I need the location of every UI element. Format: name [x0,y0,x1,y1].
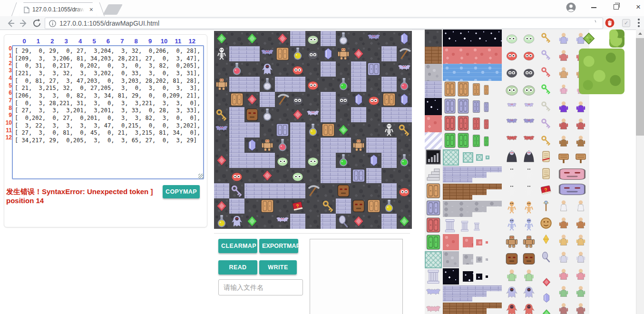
map-tile-r8c4-v201[interactable] [275,153,290,168]
tileset-item-slime[interactable] [522,48,536,62]
map-tile-r2c12-v205[interactable] [397,61,412,77]
tileset-item-person[interactable] [557,65,570,80]
clearmap-button[interactable]: CLEARMAP [218,239,257,253]
tileset-panel[interactable] [425,29,624,314]
tileset-item-slime[interactable] [504,81,520,97]
tileset-item-door[interactable] [472,134,480,147]
tileset-item-person[interactable] [574,249,587,265]
tileset-item-key[interactable] [540,100,552,112]
map-tile-r6c6-v34[interactable] [305,122,321,137]
map-tile-r8c11-v3[interactable] [381,153,397,168]
tileset-item-bat[interactable] [505,116,519,128]
map-tile-r6c2-v3[interactable] [244,122,260,137]
map-tile-r4c2-v27[interactable] [244,92,260,107]
map-tile-r7c4-v31[interactable] [275,137,290,153]
tileset-item-door[interactable] [484,119,489,129]
tileset-item-door[interactable] [484,85,489,95]
map-tile-r11c4-v0[interactable] [275,198,290,214]
tileset-item-crystal[interactable] [541,291,552,305]
map-tile-r7c6-v0[interactable] [305,137,321,153]
browser-menu-icon[interactable] [638,19,640,29]
tileset-item-face[interactable] [556,167,588,181]
tileset-item-key[interactable] [540,134,552,147]
map-tile-r4c7-v3[interactable] [321,92,336,107]
map-tile-r3c1-v3[interactable] [229,77,244,92]
tileset-item-person[interactable] [557,30,570,46]
map-tile-r0c1-v0[interactable] [229,31,244,46]
map-tile-r7c1-v3[interactable] [229,137,244,153]
map-tile-r9c9-v82[interactable] [351,168,366,183]
tileset-item-key[interactable] [540,83,552,95]
map-tile-r10c3-v3[interactable] [260,183,275,198]
tileset-item-slime[interactable] [505,30,519,45]
map-tile-r6c8-v29[interactable] [336,122,351,137]
map-tile-r4c12-v28[interactable] [397,92,412,107]
map-tile-r4c10-v202[interactable] [366,92,381,107]
tileset-item-skeleton[interactable] [505,200,519,215]
tileset-item-key[interactable] [540,117,552,129]
map-tile-r4c8-v203[interactable] [336,92,351,107]
map-tile-r5c5-v27[interactable] [290,107,305,122]
map-tile-r8c10-v28[interactable] [366,153,381,168]
map-tile-r8c3-v3[interactable] [260,153,275,168]
tileset-item-terrain-brown[interactable] [443,195,472,200]
minimize-button[interactable] [583,0,605,14]
map-tile-r12c10-v0[interactable] [366,214,381,229]
tileset-item-door[interactable] [426,234,441,250]
tileset-item-slime[interactable] [522,30,536,45]
tileset-item-terrain-tree[interactable] [609,29,624,48]
map-tile-r11c8-v3[interactable] [336,198,351,214]
map-tile-r1c10-v0[interactable] [366,46,381,61]
map-tile-r6c12-v21[interactable] [397,122,412,137]
tileset-item-ghost[interactable] [522,302,536,314]
tileset-item-person[interactable] [522,267,536,283]
map-tile-r8c7-v3[interactable] [321,153,336,168]
map-tile-r11c2-v0[interactable] [244,198,260,214]
tileset-item-terrain-cobble[interactable] [443,206,487,212]
tileset-item-bars[interactable] [426,149,441,165]
map-tile-r5c9-v3[interactable] [351,107,366,122]
tileset-item-scroll[interactable] [539,149,553,164]
map-tile-r2c3-v217[interactable] [260,61,275,77]
map-tile-r0c6-v204[interactable] [305,31,321,46]
tileset-item-terrain-star[interactable] [443,29,502,47]
map-tile-r3c11-v3[interactable] [381,77,397,92]
tileset-item-terrain-star[interactable] [463,271,473,282]
tileset-item-terrain-star[interactable] [476,274,482,280]
map-tile-r9c12-v0[interactable] [397,168,412,183]
map-tile-r3c10-v0[interactable] [366,77,381,92]
tileset-item-door[interactable] [444,132,456,148]
tileset-item-bush[interactable] [581,30,597,47]
tileset-item-person[interactable] [574,301,587,314]
map-tile-r12c1-v217[interactable] [229,214,244,229]
tileset-item-key[interactable] [540,31,552,44]
tileset-item-skeleton[interactable] [522,217,536,232]
map-tile-r7c2-v28[interactable] [244,137,260,153]
map-tile-r2c0-v0[interactable] [214,61,229,77]
tileset-item-door[interactable] [472,83,480,96]
map-tile-r6c9-v0[interactable] [351,122,366,137]
map-canvas[interactable] [214,31,412,229]
map-tile-r5c7-v3[interactable] [321,107,336,122]
back-icon[interactable] [5,18,16,29]
map-tile-r9c2-v0[interactable] [244,168,260,183]
map-tile-r0c2-v29[interactable] [244,31,260,46]
exportmap-button[interactable]: EXPORTMAP [259,239,298,253]
tileset-item-person[interactable] [557,198,570,213]
map-tile-r1c1-v3[interactable] [229,46,244,61]
tileset-item-person[interactable] [558,83,569,95]
map-tile-r0c11-v0[interactable] [381,31,397,46]
map-tile-r9c3-v27[interactable] [260,168,275,183]
map-tile-r2c8-v0[interactable] [336,61,351,77]
tileset-item-slime[interactable] [505,65,519,79]
map-tile-r0c7-v3[interactable] [321,31,336,46]
tileset-item-bat[interactable] [505,133,519,146]
map-tile-r7c11-v3[interactable] [381,137,397,153]
tileset-item-terrain-brick[interactable] [443,291,487,297]
tileset-item-face[interactable] [522,252,536,265]
map-tile-r5c0-v21[interactable] [214,107,229,122]
tileset-item-terrain-redcave[interactable] [463,237,473,247]
reload-icon[interactable] [31,18,43,29]
map-tile-r9c7-v3[interactable] [321,168,336,183]
map-tile-r8c5-v3[interactable] [290,153,305,168]
